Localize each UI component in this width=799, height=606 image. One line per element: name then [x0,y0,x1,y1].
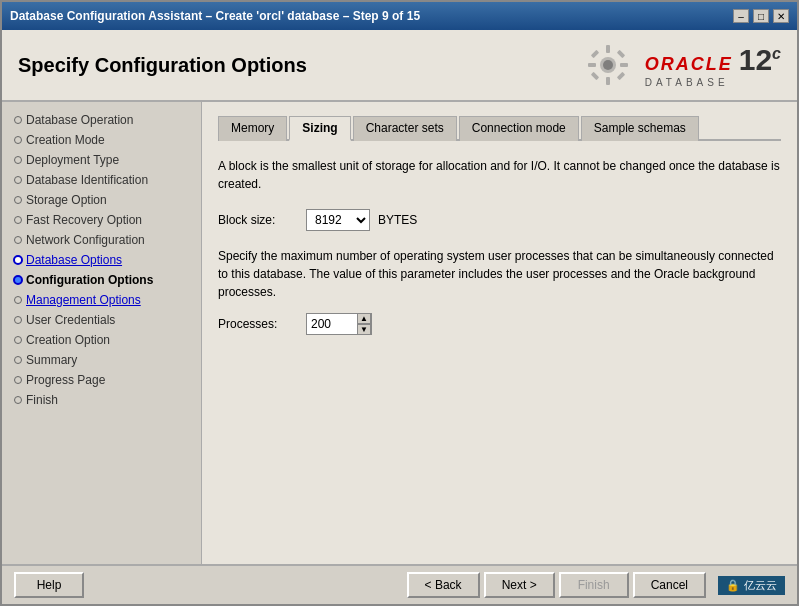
block-size-select[interactable]: 8192 2048 4096 16384 32768 [306,209,370,231]
processes-input[interactable] [307,314,357,334]
processes-row: Processes: ▲ ▼ [218,313,781,335]
spinner-up[interactable]: ▲ [357,313,371,324]
tab-connection-mode[interactable]: Connection mode [459,116,579,141]
tabs-container: Memory Sizing Character sets Connection … [218,114,781,141]
block-size-row: Block size: 8192 2048 4096 16384 32768 B… [218,209,781,231]
oracle-brand: ORACLE 12c DATABASE [583,40,781,90]
taskbar-item: 🔒 亿云云 [718,576,785,595]
sidebar-item-management-options[interactable]: Management Options [2,290,201,310]
sidebar-item-storage-option[interactable]: Storage Option [2,190,201,210]
block-size-label: Block size: [218,213,298,227]
cancel-button[interactable]: Cancel [633,572,706,598]
oracle-database-label: DATABASE [645,77,781,88]
sidebar-item-database-identification[interactable]: Database Identification [2,170,201,190]
footer-right: < Back Next > Finish Cancel 🔒 亿云云 [407,572,785,598]
processes-label: Processes: [218,317,298,331]
svg-rect-7 [616,50,624,58]
dot-deployment-type [14,156,22,164]
svg-rect-9 [616,72,624,80]
spinner-down[interactable]: ▼ [357,324,371,335]
tab-sample-schemas[interactable]: Sample schemas [581,116,699,141]
sidebar-item-deployment-type[interactable]: Deployment Type [2,150,201,170]
dot-fast-recovery-option [14,216,22,224]
sidebar-item-progress-page[interactable]: Progress Page [2,370,201,390]
main-window: Database Configuration Assistant – Creat… [0,0,799,606]
sidebar-item-creation-mode[interactable]: Creation Mode [2,130,201,150]
maximize-button[interactable]: □ [753,9,769,23]
svg-rect-6 [590,50,598,58]
dot-creation-mode [14,136,22,144]
svg-rect-3 [606,77,610,85]
lock-icon: 🔒 [726,579,740,592]
oracle-version-text: 12c [739,43,781,77]
tab-sizing[interactable]: Sizing [289,116,350,141]
svg-rect-2 [606,45,610,53]
sidebar-item-database-options[interactable]: Database Options [2,250,201,270]
bytes-label: BYTES [378,213,417,227]
svg-rect-8 [590,72,598,80]
taskbar-label: 亿云云 [744,578,777,593]
dot-creation-option [14,336,22,344]
sidebar-item-creation-option[interactable]: Creation Option [2,330,201,350]
content-area: Database Operation Creation Mode Deploym… [2,102,797,564]
dot-database-options [13,255,23,265]
sizing-content: A block is the smallest unit of storage … [218,153,781,355]
oracle-logo: ORACLE 12c DATABASE [583,40,781,90]
main-content: Memory Sizing Character sets Connection … [202,102,797,564]
back-button[interactable]: < Back [407,572,480,598]
oracle-text-group: ORACLE 12c DATABASE [645,43,781,88]
processes-spinner[interactable]: ▲ ▼ [306,313,372,335]
next-button[interactable]: Next > [484,572,555,598]
close-button[interactable]: ✕ [773,9,789,23]
dot-configuration-options [13,275,23,285]
dot-user-credentials [14,316,22,324]
title-bar: Database Configuration Assistant – Creat… [2,2,797,30]
gear-icon [583,40,633,90]
window-controls: – □ ✕ [733,9,789,23]
svg-rect-4 [588,63,596,67]
dot-network-configuration [14,236,22,244]
processes-description: Specify the maximum number of operating … [218,247,781,301]
window-title: Database Configuration Assistant – Creat… [10,9,420,23]
dot-database-operation [14,116,22,124]
sidebar-item-finish[interactable]: Finish [2,390,201,410]
sidebar-item-fast-recovery-option[interactable]: Fast Recovery Option [2,210,201,230]
svg-point-1 [603,60,613,70]
sidebar-item-configuration-options[interactable]: Configuration Options [2,270,201,290]
header-panel: Specify Configuration Options [2,30,797,102]
help-button[interactable]: Help [14,572,84,598]
footer-left: Help [14,572,84,598]
page-title: Specify Configuration Options [18,54,307,77]
block-size-description: A block is the smallest unit of storage … [218,157,781,193]
oracle-brand-text: ORACLE [645,54,733,75]
dot-progress-page [14,376,22,384]
minimize-button[interactable]: – [733,9,749,23]
sidebar: Database Operation Creation Mode Deploym… [2,102,202,564]
dot-finish [14,396,22,404]
sidebar-item-user-credentials[interactable]: User Credentials [2,310,201,330]
sidebar-item-summary[interactable]: Summary [2,350,201,370]
footer: Help < Back Next > Finish Cancel 🔒 亿云云 [2,564,797,604]
tab-memory[interactable]: Memory [218,116,287,141]
dot-management-options [14,296,22,304]
dot-database-identification [14,176,22,184]
sidebar-item-network-configuration[interactable]: Network Configuration [2,230,201,250]
dot-storage-option [14,196,22,204]
tab-character-sets[interactable]: Character sets [353,116,457,141]
finish-button[interactable]: Finish [559,572,629,598]
svg-rect-5 [620,63,628,67]
dot-summary [14,356,22,364]
sidebar-item-database-operation[interactable]: Database Operation [2,110,201,130]
spinner-buttons: ▲ ▼ [357,313,371,335]
